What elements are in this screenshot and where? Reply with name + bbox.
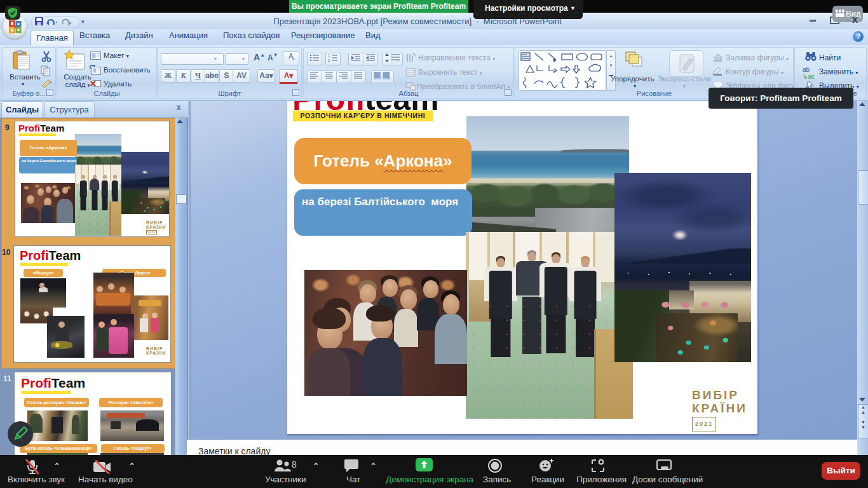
- svg-text:▾: ▾: [388, 76, 390, 80]
- svg-text:2: 2: [328, 58, 330, 62]
- svg-text:▾: ▾: [397, 58, 399, 62]
- svg-text:1: 1: [328, 53, 330, 57]
